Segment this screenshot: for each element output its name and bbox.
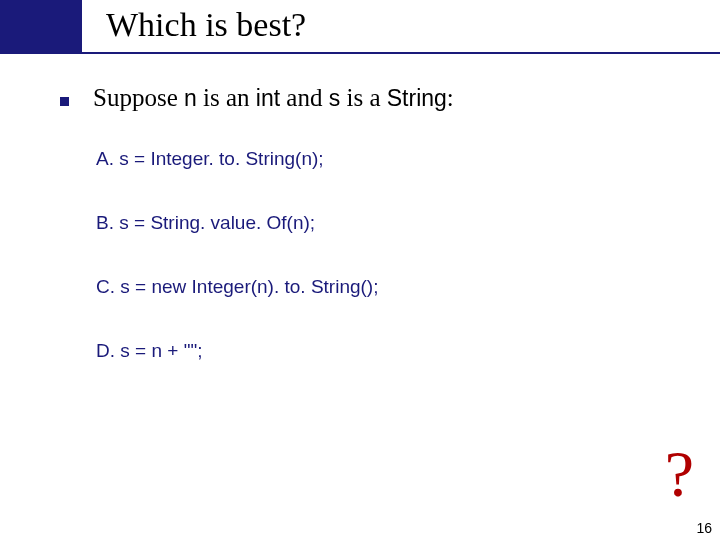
- question-mark: ?: [665, 436, 694, 512]
- lead-t4: is a: [340, 84, 387, 111]
- lead-code-string: String: [387, 85, 447, 111]
- option-a: A. s = Integer. to. String(n);: [96, 148, 660, 170]
- lead-text: Suppose n is an int and s is a String:: [93, 84, 454, 112]
- lead-t1: Suppose: [93, 84, 184, 111]
- slide-title: Which is best?: [106, 6, 306, 44]
- option-d: D. s = n + "";: [96, 340, 660, 362]
- slide-content: Suppose n is an int and s is a String: A…: [0, 54, 720, 362]
- lead-t3: and: [280, 84, 329, 111]
- lead-t5: :: [447, 84, 454, 111]
- lead-t2: is an: [197, 84, 256, 111]
- lead-code-int: int: [256, 85, 280, 111]
- square-bullet-icon: [60, 97, 69, 106]
- page-number: 16: [696, 520, 712, 536]
- option-c: C. s = new Integer(n). to. String();: [96, 276, 660, 298]
- lead-code-s: s: [329, 85, 341, 111]
- lead-code-n: n: [184, 85, 197, 111]
- lead-line: Suppose n is an int and s is a String:: [60, 84, 660, 112]
- option-list: A. s = Integer. to. String(n); B. s = St…: [60, 148, 660, 362]
- title-bar: Which is best?: [0, 0, 720, 54]
- title-accent-block: [0, 0, 82, 52]
- option-b: B. s = String. value. Of(n);: [96, 212, 660, 234]
